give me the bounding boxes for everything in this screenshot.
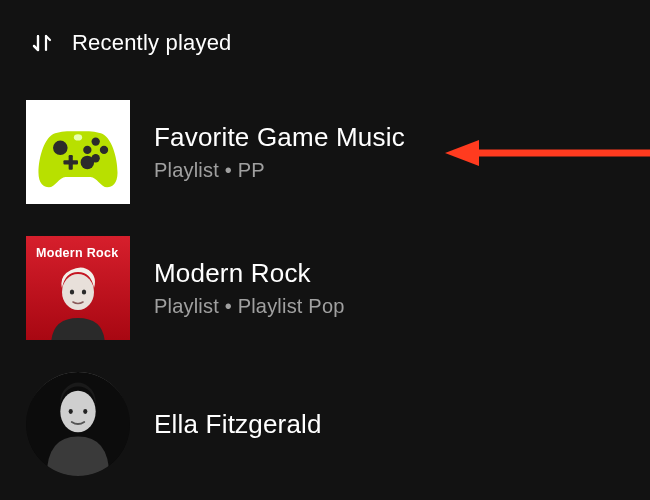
thumbnail-text: Modern Rock: [36, 246, 118, 260]
svg-point-5: [83, 146, 91, 154]
artist-meta: Ella Fitzgerald: [154, 409, 322, 440]
playlist-thumbnail: Modern Rock: [26, 236, 130, 340]
svg-point-3: [100, 146, 108, 154]
svg-point-9: [62, 274, 94, 310]
artist-thumbnail: [26, 372, 130, 476]
svg-point-15: [83, 409, 87, 414]
playlist-title: Favorite Game Music: [154, 122, 405, 153]
svg-point-14: [69, 409, 73, 414]
playlist-subtitle: Playlist • Playlist Pop: [154, 295, 345, 318]
playlist-meta: Modern Rock Playlist • Playlist Pop: [154, 258, 345, 318]
svg-rect-7: [69, 155, 73, 170]
playlist-thumbnail: [26, 100, 130, 204]
sort-arrows-icon: [30, 31, 54, 55]
svg-point-13: [60, 391, 95, 433]
svg-point-0: [53, 141, 68, 156]
svg-point-4: [92, 154, 100, 162]
artist-title: Ella Fitzgerald: [154, 409, 322, 440]
playlist-subtitle: Playlist • PP: [154, 159, 405, 182]
library-sort-header[interactable]: Recently played: [0, 0, 650, 74]
svg-point-10: [70, 289, 74, 294]
artist-item-ella-fitzgerald[interactable]: Ella Fitzgerald: [26, 356, 650, 492]
library-list: Favorite Game Music Playlist • PP Modern…: [0, 74, 650, 492]
svg-point-8: [74, 134, 82, 140]
sort-label: Recently played: [72, 30, 232, 56]
svg-point-11: [82, 289, 86, 294]
playlist-meta: Favorite Game Music Playlist • PP: [154, 122, 405, 182]
playlist-item-modern-rock[interactable]: Modern Rock Modern Rock Playlist • Playl…: [26, 220, 650, 356]
playlist-title: Modern Rock: [154, 258, 345, 289]
svg-point-2: [92, 137, 100, 145]
playlist-item-favorite-game-music[interactable]: Favorite Game Music Playlist • PP: [26, 84, 650, 220]
